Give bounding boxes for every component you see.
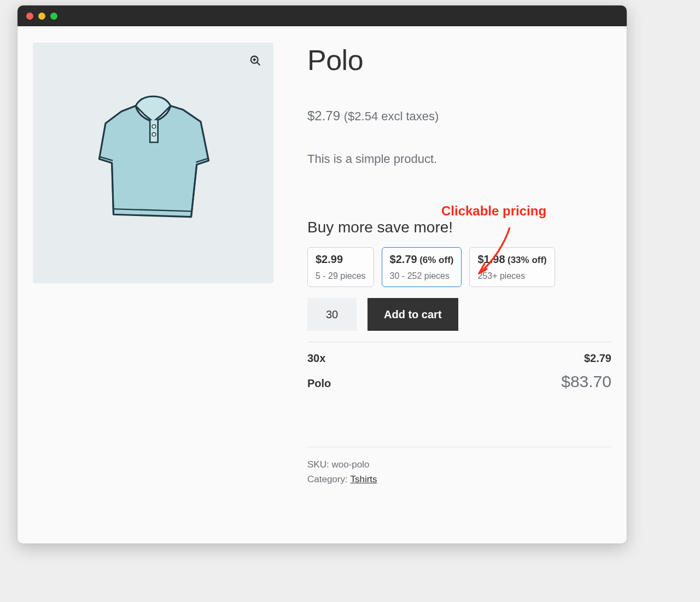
price-value: $2.79 — [307, 108, 340, 123]
tier-price: $2.99 — [316, 253, 343, 265]
price-excl-tax: ($2.54 excl taxes) — [344, 109, 439, 123]
window-zoom-button[interactable] — [50, 13, 57, 20]
tier-pricing-heading: Buy more save more! — [307, 219, 611, 236]
product-title: Polo — [307, 44, 611, 77]
summary-name: Polo — [307, 377, 331, 390]
product-page: Polo $2.79 ($2.54 excl taxes) This is a … — [18, 26, 627, 498]
tier-option-2[interactable]: $2.79 (6% off) 30 - 252 pieces — [382, 247, 462, 287]
summary-qty: 30x — [307, 352, 325, 365]
browser-window: Polo $2.79 ($2.54 excl taxes) This is a … — [18, 5, 627, 543]
summary-total: $83.70 — [561, 372, 611, 391]
product-meta: SKU: woo-polo Category: Tshirts — [307, 447, 611, 487]
polo-shirt-illustration — [74, 84, 232, 242]
product-image-column — [33, 43, 273, 487]
category-link[interactable]: Tshirts — [350, 474, 377, 484]
tier-discount: (6% off) — [419, 255, 453, 265]
sku-value: woo-polo — [331, 459, 369, 470]
price-summary: 30x $2.79 Polo $83.70 — [307, 352, 611, 391]
window-minimize-button[interactable] — [38, 13, 45, 20]
divider — [307, 342, 611, 342]
tier-qty-range: 5 - 29 pieces — [316, 271, 366, 281]
add-to-cart-button[interactable]: Add to cart — [368, 298, 458, 331]
tier-option-1[interactable]: $2.99 5 - 29 pieces — [307, 247, 374, 287]
annotation-label: Clickable pricing — [441, 203, 546, 219]
annotation-arrow-icon — [466, 223, 532, 289]
product-description: This is a simple product. — [307, 152, 611, 166]
sku-label: SKU: — [307, 459, 331, 470]
quantity-input[interactable] — [307, 298, 357, 331]
window-close-button[interactable] — [26, 13, 33, 20]
svg-point-5 — [152, 132, 156, 136]
product-price: $2.79 ($2.54 excl taxes) — [307, 108, 611, 124]
zoom-icon[interactable] — [247, 52, 264, 69]
tier-qty-range: 30 - 252 pieces — [390, 271, 454, 281]
product-image[interactable] — [33, 43, 273, 283]
window-titlebar — [18, 5, 627, 26]
category-label: Category: — [307, 474, 350, 484]
svg-line-1 — [257, 62, 260, 66]
summary-unit-price: $2.79 — [584, 352, 611, 365]
tier-pricing-options: $2.99 5 - 29 pieces $2.79 (6% off) 30 - … — [307, 247, 611, 287]
product-details: Polo $2.79 ($2.54 excl taxes) This is a … — [307, 43, 611, 487]
tier-price: $2.79 — [390, 253, 417, 265]
add-to-cart-row: Add to cart — [307, 298, 611, 331]
svg-point-4 — [152, 125, 156, 128]
